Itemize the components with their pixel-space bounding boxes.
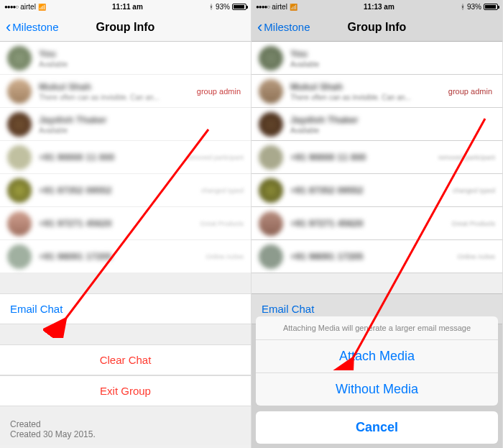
chevron-left-icon: ‹ [257,19,262,35]
member-row[interactable]: Jaydish ThakerAvailable [0,108,251,141]
screen-left: ●●●●○ airtel 11:11 am 93% ‹ Milestone Gr… [0,0,251,448]
battery-percent: 93% [216,3,230,11]
avatar [7,79,32,104]
member-row[interactable]: +91 97271 45620 Great Products [0,207,251,240]
page-title: Group Info [96,21,155,34]
member-row[interactable]: +91 97271 45620Great Products [251,207,502,240]
spacer [0,324,251,344]
status-bar: ●●●●○ airtel 11:11 am 93% [0,0,251,13]
avatar [7,112,32,137]
member-row[interactable]: YouAvailable [251,42,502,75]
attach-media-button[interactable]: Attach Media [256,340,498,373]
battery-icon [484,4,498,10]
avatar [7,211,32,236]
carrier-label: airtel [272,3,287,11]
signal-dots: ●●●●○ [4,4,18,10]
member-row[interactable]: Mukul ShahThere often can as invisible. … [251,75,502,108]
member-row[interactable]: +91 87352 09552changed typed [251,174,502,207]
without-media-button[interactable]: Without Media [256,373,498,406]
back-label: Milestone [12,21,58,33]
action-sheet: Attaching Media will generate a larger e… [256,316,498,444]
sheet-message: Attaching Media will generate a larger e… [256,316,498,340]
nav-bar: ‹ Milestone Group Info [251,13,502,42]
created-info: Created Created 30 May 2015. [0,413,251,445]
time-label: 11:11 am [112,3,143,11]
email-chat-button[interactable]: Email Chat [0,293,251,324]
member-list: YouAvailable Mukul ShahThere often can a… [251,42,502,273]
bluetooth-icon [461,3,465,11]
wifi-icon [290,3,297,11]
wifi-icon [38,3,46,11]
avatar [7,46,32,70]
clear-chat-button[interactable]: Clear Chat [0,344,251,375]
avatar [7,145,32,170]
member-row[interactable]: YouAvailable [0,42,251,75]
status-bar: ●●●●○ airtel 11:13 am 93% [251,0,502,13]
nav-bar: ‹ Milestone Group Info [0,13,251,42]
bluetooth-icon [209,3,213,11]
back-label: Milestone [264,21,310,33]
avatar [7,178,32,203]
page-title: Group Info [348,21,407,34]
screen-right: ●●●●○ airtel 11:13 am 93% ‹ Milestone Gr… [251,0,503,448]
back-button[interactable]: ‹ Milestone [257,19,310,35]
member-row[interactable]: Mukul ShahThere often can as invisible. … [0,75,251,108]
member-row[interactable]: +91 98091 17205Online Active [251,240,502,273]
battery-icon [232,4,246,10]
avatar [7,244,32,269]
cancel-button[interactable]: Cancel [256,411,498,444]
exit-group-button[interactable]: Exit Group [0,375,251,406]
member-row[interactable]: +91 90000 11 000removed participant [251,141,502,174]
member-list: YouAvailable Mukul ShahThere often can a… [0,42,251,273]
carrier-label: airtel [20,3,36,11]
time-label: 11:13 am [364,3,394,11]
back-button[interactable]: ‹ Milestone [6,19,59,35]
battery-percent: 93% [467,3,481,11]
member-row[interactable]: +91 87352 09552 changed typed [0,174,251,207]
member-row[interactable]: Jaydish ThakerAvailable [251,108,502,141]
chevron-left-icon: ‹ [6,19,11,35]
admin-badge: group admin [448,87,492,96]
spacer [0,273,251,293]
member-row[interactable]: +91 90000 11 000 removed participant [0,141,251,174]
signal-dots: ●●●●○ [256,4,269,10]
member-row[interactable]: +91 98091 17205 Online Active [0,240,251,273]
admin-badge: group admin [197,87,241,96]
